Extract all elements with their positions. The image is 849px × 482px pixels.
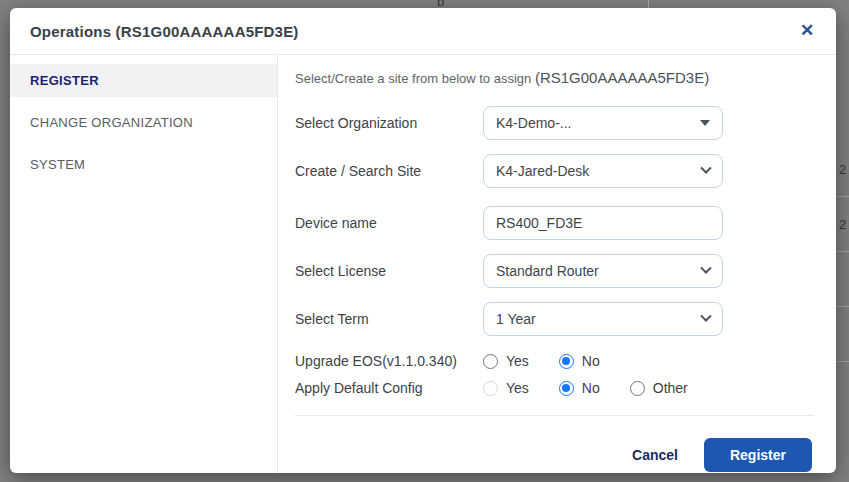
apply-default-config-row: Apply Default Config Yes No Other — [295, 380, 814, 396]
radio-disabled-icon — [483, 381, 498, 396]
apply-default-config-radio-no[interactable]: No — [559, 380, 600, 396]
register-panel: Select/Create a site from below to assig… — [278, 55, 836, 473]
device-serial: (RS1G00AAAAAA5FD3E) — [535, 69, 709, 86]
sidebar: REGISTER CHANGE ORGANIZATION SYSTEM — [10, 55, 278, 473]
organization-row: Select Organization K4-Demo-... — [295, 106, 814, 140]
assign-heading: Select/Create a site from below to assig… — [295, 69, 814, 86]
backdrop-table-line — [836, 196, 849, 197]
sidebar-item-change-organization[interactable]: CHANGE ORGANIZATION — [10, 106, 277, 139]
chevron-down-icon — [700, 263, 711, 274]
chevron-down-icon — [700, 163, 711, 174]
operations-dialog: Operations (RS1G00AAAAAA5FD3E) ✕ REGISTE… — [10, 8, 836, 473]
upgrade-eos-radio-no[interactable]: No — [559, 353, 600, 369]
backdrop-table-line — [836, 306, 849, 307]
upgrade-eos-label: Upgrade EOS(v1.1.0.340) — [295, 353, 483, 369]
backdrop-number-fragment: 2 — [839, 217, 846, 232]
organization-value: K4-Demo-... — [496, 115, 571, 131]
dialog-title: Operations (RS1G00AAAAAA5FD3E) — [30, 23, 299, 40]
organization-select[interactable]: K4-Demo-... — [483, 106, 723, 140]
upgrade-eos-radio-yes[interactable]: Yes — [483, 353, 529, 369]
radio-unchecked-icon — [483, 354, 498, 369]
apply-default-config-radio-other[interactable]: Other — [630, 380, 688, 396]
radio-label: Other — [653, 380, 688, 396]
radio-label: Yes — [506, 353, 529, 369]
device-name-label: Device name — [295, 215, 483, 231]
apply-default-config-label: Apply Default Config — [295, 380, 483, 396]
device-name-input[interactable] — [496, 215, 710, 231]
sidebar-item-system[interactable]: SYSTEM — [10, 148, 277, 181]
organization-label: Select Organization — [295, 115, 483, 131]
sidebar-item-register[interactable]: REGISTER — [10, 64, 277, 97]
upgrade-eos-row: Upgrade EOS(v1.1.0.340) Yes No — [295, 353, 814, 369]
close-button[interactable]: ✕ — [794, 18, 820, 44]
license-label: Select License — [295, 263, 483, 279]
caret-down-icon — [700, 120, 710, 126]
term-select[interactable]: 1 Year — [483, 302, 723, 336]
site-select[interactable]: K4-Jared-Desk — [483, 154, 723, 188]
term-value: 1 Year — [496, 311, 536, 327]
register-button[interactable]: Register — [704, 438, 812, 472]
backdrop-table-line — [648, 0, 649, 8]
apply-default-config-radio-yes: Yes — [483, 380, 529, 396]
radio-unchecked-icon — [630, 381, 645, 396]
radio-label: No — [582, 353, 600, 369]
cancel-button[interactable]: Cancel — [632, 447, 678, 463]
term-row: Select Term 1 Year — [295, 302, 814, 336]
backdrop-table-line — [836, 251, 849, 252]
site-row: Create / Search Site K4-Jared-Desk — [295, 154, 814, 188]
close-icon: ✕ — [800, 21, 814, 40]
device-name-row: Device name — [295, 206, 814, 240]
license-value: Standard Router — [496, 263, 599, 279]
term-label: Select Term — [295, 311, 483, 327]
license-select[interactable]: Standard Router — [483, 254, 723, 288]
assign-heading-text: Select/Create a site from below to assig… — [295, 71, 535, 86]
apply-default-config-radio-group: Yes No Other — [483, 380, 688, 396]
dialog-footer: Cancel Register — [295, 416, 814, 472]
device-name-field — [483, 206, 723, 240]
radio-checked-icon — [559, 354, 574, 369]
radio-label: No — [582, 380, 600, 396]
site-label: Create / Search Site — [295, 163, 483, 179]
dialog-header: Operations (RS1G00AAAAAA5FD3E) ✕ — [10, 8, 836, 55]
license-row: Select License Standard Router — [295, 254, 814, 288]
chevron-down-icon — [700, 311, 711, 322]
backdrop-table-line — [836, 361, 849, 362]
backdrop-number-fragment: 2 — [839, 162, 846, 177]
site-value: K4-Jared-Desk — [496, 163, 589, 179]
dialog-body: REGISTER CHANGE ORGANIZATION SYSTEM Sele… — [10, 55, 836, 473]
radio-label: Yes — [506, 380, 529, 396]
radio-checked-icon — [559, 381, 574, 396]
upgrade-eos-radio-group: Yes No — [483, 353, 600, 369]
